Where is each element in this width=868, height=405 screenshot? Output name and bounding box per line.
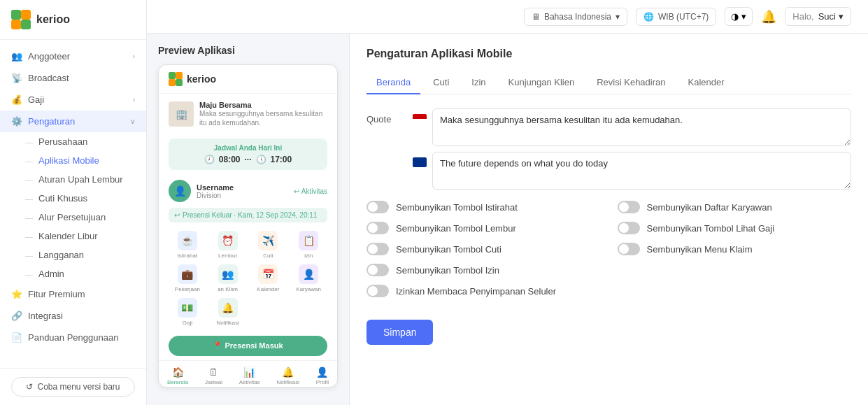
icon-pekerjaan[interactable]: 💼 Pekerjaan [169,264,206,292]
klien-icon-box: 👥 [218,264,238,284]
toggle-label: Izinkan Membaca Penyimpanan Seluler [396,286,556,297]
settings-panel: Pengaturan Aplikasi Mobile Beranda Cuti … [350,34,868,405]
theme-icon: ◑ [731,11,739,22]
icon-notif[interactable]: 🔔 Notifikasi [209,298,247,326]
mobile-preview: kerioo 🏢 Maju Bersama Maka sesungguhnya … [158,64,338,388]
icon-lembur[interactable]: ⏰ Lembur [209,231,247,259]
notification-bell-icon[interactable]: 🔔 [761,9,776,24]
clock-in-icon: 🕗 [204,155,215,164]
notif-icon-box: 🔔 [218,298,238,318]
gaji-icon-box: 💵 [178,298,197,318]
greeting-label: Halo, [792,11,813,22]
presensi-icon: ↩ [174,211,180,219]
home-icon: 🏠 [172,367,184,378]
refresh-menu-button[interactable]: ↺ Coba menu versi baru [11,377,135,397]
sidebar-item-panduan[interactable]: 📄 Panduan Penggunaan [0,327,146,348]
mobile-bottom-nav: 🏠 Beranda 🗓 Jadwal 📊 Aktivitas 🔔 [159,360,337,387]
tab-revisi-kehadiran[interactable]: Revisi Kehadiran [587,71,675,94]
sidebar-sub-cuti-khusus[interactable]: Cuti Khusus [0,189,146,208]
toggle-row-lembur: Sembunyikan Tombol Lembur [367,222,601,234]
sidebar-sub-aplikasi-mobile[interactable]: Aplikasi Mobile [0,151,146,170]
cuti-icon-box: ✈️ [258,231,278,250]
icon-istirahat[interactable]: ☕ Istirahat [169,231,206,259]
izin-label: Izin [304,253,313,259]
toggle-sembunyikan-lembur[interactable] [367,222,389,234]
tab-izin[interactable]: Izin [462,71,495,94]
bottom-nav-notifikasi[interactable]: 🔔 Notifikasi [276,367,299,385]
toggle-izinkan-membaca[interactable] [367,285,389,297]
presensi-masuk-button[interactable]: 📍 Presensi Masuk [169,336,327,356]
chevron-right-icon: › [133,96,135,104]
sidebar-sub-kalender-libur[interactable]: Kalender Libur [0,227,146,246]
bottom-nav-beranda[interactable]: 🏠 Beranda [167,367,188,385]
user-menu[interactable]: Halo, Suci ▾ [785,7,851,26]
quote-id-input[interactable] [432,108,851,146]
quote-inputs [413,108,851,190]
toggle-sembunyikan-cuti[interactable] [367,243,389,255]
timezone-selector[interactable]: 🌐 WIB (UTC+7) [636,8,716,26]
lembur-icon-box: ⏰ [218,231,238,250]
sidebar-sub-langganan[interactable]: Langganan [0,246,146,264]
svg-rect-7 [176,79,183,86]
icon-klien[interactable]: 👥 an Klien [209,264,247,292]
sidebar-sub-perusahaan[interactable]: Perusahaan [0,132,146,151]
header-bar: 🖥 Bahasa Indonesia ▾ 🌐 WIB (UTC+7) ◑ ▾ 🔔… [147,0,868,34]
sidebar-sub-aturan-upah-lembur[interactable]: Aturan Upah Lembur [0,170,146,189]
aktivitas-button[interactable]: ↩ Aktivitas [294,187,327,195]
flag-indonesia-icon [413,114,427,124]
tab-kunjungan-klien[interactable]: Kunjungan Klien [499,71,585,94]
icon-karyawan[interactable]: 👤 Karyawan [290,264,327,292]
language-selector[interactable]: 🖥 Bahasa Indonesia ▾ [524,8,627,26]
banner-image: 🏢 [169,101,194,127]
bottom-nav-label: Jadwal [205,379,222,385]
sidebar-item-fitur-premium[interactable]: ⭐ Fitur Premium [0,283,146,305]
theme-toggle[interactable]: ◑ ▾ [725,7,753,26]
toggle-label: Sembunyikan Menu Klaim [647,244,753,255]
bottom-nav-label: Notifikasi [276,379,299,385]
quote-en-input[interactable] [432,152,851,190]
toggle-row-istirahat: Sembunyikan Tombol Istirahat [367,201,601,213]
bottom-nav-profil[interactable]: 👤 Profil [316,367,329,385]
icon-gaji[interactable]: 💵 Gaji [169,298,206,326]
mobile-scroll-area[interactable]: kerioo 🏢 Maju Bersama Maka sesungguhnya … [159,65,337,387]
svg-rect-2 [11,20,21,29]
sidebar-sub-admin[interactable]: Admin [0,264,146,283]
icon-kalender[interactable]: 📅 Kalender [250,264,287,292]
toggle-sembunyikan-menu-klaim[interactable] [618,243,640,255]
sidebar-item-pengaturan[interactable]: ⚙️ Pengaturan ∨ [0,111,146,132]
sidebar-item-broadcast[interactable]: 📡 Broadcast [0,67,146,89]
chevron-down-icon: ▾ [741,11,746,22]
save-button[interactable]: Simpan [367,320,433,345]
user-info: Username Division [197,183,288,199]
mobile-brand-name: kerioo [187,73,216,85]
presensi-info-row: ↩ Presensi Keluar · Kam, 12 Sep 2024, 20… [169,208,327,222]
izin-icon-box: 📋 [299,231,318,250]
sidebar-item-anggoteer[interactable]: 👥 Anggoteer › [0,45,146,67]
icon-izin[interactable]: 📋 Izin [290,231,327,259]
pengaturan-icon: ⚙️ [11,116,22,127]
svg-rect-6 [169,79,176,86]
bottom-nav-aktivitas[interactable]: 📊 Aktivitas [239,367,260,385]
tab-kalender[interactable]: Kalender [678,71,734,94]
toggle-sembunyikan-lihat-gaji[interactable] [618,222,640,234]
sidebar-item-integrasi[interactable]: 🔗 Integrasi [0,305,146,327]
sidebar-sub-alur-persetujuan[interactable]: Alur Persetujuan [0,208,146,227]
toggle-sembunyikan-izin[interactable] [367,264,389,276]
toggle-section: Sembunyikan Tombol Istirahat Sembunyikan… [367,201,851,297]
schedule-label: Jadwal Anda Hari Ini [176,144,320,152]
sub-label: Alur Persetujuan [38,212,106,222]
aktivitas-icon: 📊 [243,367,255,378]
integrasi-icon: 🔗 [11,311,22,321]
anggoteer-icon: 👥 [11,51,22,62]
schedule-start: 08:00 [219,155,241,164]
mobile-banner: 🏢 Maju Bersama Maka sesungguhnya bersama… [159,94,337,134]
icon-cuti[interactable]: ✈️ Cuti [250,231,287,259]
toggle-sembunyikan-istirahat[interactable] [367,201,389,213]
tab-beranda[interactable]: Beranda [367,71,420,94]
svg-rect-1 [21,10,31,20]
sidebar-item-label: Integrasi [28,311,63,321]
toggle-sembunyikan-daftar-karyawan[interactable] [618,201,640,213]
sidebar-item-gaji[interactable]: 💰 Gaji › [0,89,146,111]
tab-cuti[interactable]: Cuti [423,71,459,94]
bottom-nav-jadwal[interactable]: 🗓 Jadwal [205,367,222,385]
